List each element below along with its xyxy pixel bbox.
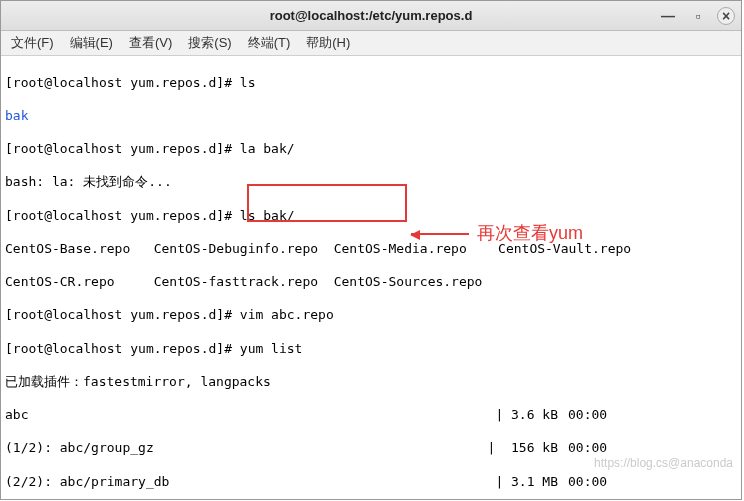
menubar: 文件(F) 编辑(E) 查看(V) 搜索(S) 终端(T) 帮助(H) [1, 31, 741, 56]
menu-terminal[interactable]: 终端(T) [242, 32, 297, 54]
maximize-button[interactable]: ▫ [687, 7, 709, 25]
titlebar: root@localhost:/etc/yum.repos.d — ▫ × [1, 1, 741, 31]
terminal-line: 已加载插件：fastestmirror, langpacks [5, 374, 735, 391]
menu-search[interactable]: 搜索(S) [182, 32, 237, 54]
terminal-line: [root@localhost yum.repos.d]# vim abc.re… [5, 307, 735, 324]
window-controls: — ▫ × [657, 1, 735, 31]
close-button[interactable]: × [717, 7, 735, 25]
watermark: https://blog.cs@anaconda [594, 456, 733, 471]
minimize-button[interactable]: — [657, 7, 679, 25]
terminal-line: [root@localhost yum.repos.d]# yum list [5, 341, 735, 358]
menu-help[interactable]: 帮助(H) [300, 32, 356, 54]
terminal-window: root@localhost:/etc/yum.repos.d — ▫ × 文件… [0, 0, 742, 500]
terminal-line: [root@localhost yum.repos.d]# ls bak/ [5, 208, 735, 225]
menu-edit[interactable]: 编辑(E) [64, 32, 119, 54]
terminal-line: CentOS-Base.repo CentOS-Debuginfo.repo C… [5, 241, 735, 258]
terminal-content[interactable]: [root@localhost yum.repos.d]# ls bak [ro… [1, 56, 741, 499]
terminal-line: (1/2): abc/group_gz| 156 kB00:00 [5, 440, 735, 457]
terminal-line: bash: la: 未找到命令... [5, 174, 735, 191]
terminal-line: [root@localhost yum.repos.d]# la bak/ [5, 141, 735, 158]
terminal-line: abc| 3.6 kB00:00 [5, 407, 735, 424]
terminal-line: bak [5, 108, 735, 125]
terminal-line: CentOS-CR.repo CentOS-fasttrack.repo Cen… [5, 274, 735, 291]
window-title: root@localhost:/etc/yum.repos.d [270, 8, 473, 23]
terminal-line: (2/2): abc/primary_db| 3.1 MB00:00 [5, 474, 735, 491]
menu-file[interactable]: 文件(F) [5, 32, 60, 54]
terminal-line: [root@localhost yum.repos.d]# ls [5, 75, 735, 92]
menu-view[interactable]: 查看(V) [123, 32, 178, 54]
